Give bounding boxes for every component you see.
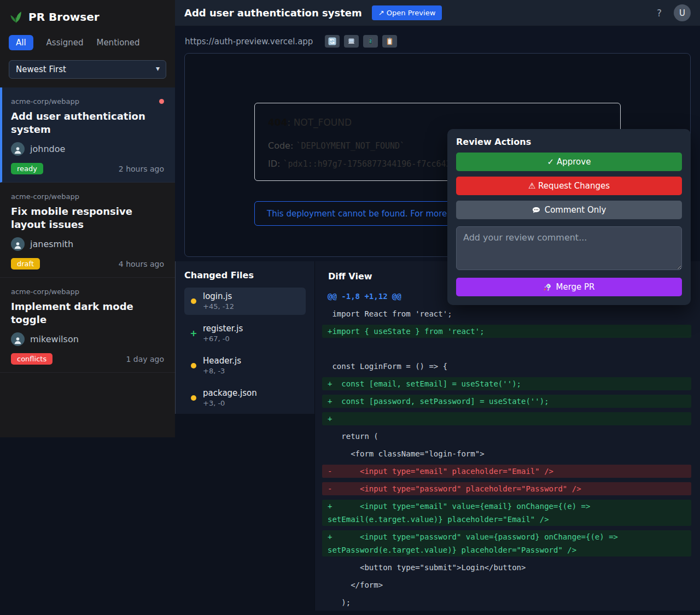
tab-all[interactable]: All xyxy=(9,35,33,50)
open-preview-button[interactable]: ↗ Open Preview xyxy=(372,5,442,20)
error-code-label: Code: xyxy=(268,140,293,151)
pr-author-row: janesmith xyxy=(11,237,164,251)
copy-url-button[interactable] xyxy=(382,35,397,48)
phone-icon xyxy=(366,37,375,45)
review-actions-panel: Review Actions ✓ Approve ⚠ Request Chang… xyxy=(447,129,691,305)
status-badge: draft xyxy=(11,258,40,270)
unread-dot-icon xyxy=(159,99,164,104)
app-logo: PR Browser xyxy=(0,0,175,30)
error-id-label: ID: xyxy=(268,159,280,169)
file-stats: +8, -3 xyxy=(203,366,241,376)
pr-item-bottom: ready 2 hours ago xyxy=(11,163,164,174)
review-actions-title: Review Actions xyxy=(456,137,682,147)
file-stats: +67, -0 xyxy=(203,334,243,343)
main-area: Add user authentication system ↗ Open Pr… xyxy=(175,0,700,615)
pr-list-item[interactable]: acme-corp/webapp Fix mobile responsive l… xyxy=(0,183,175,278)
file-stats: +45, -12 xyxy=(203,302,234,311)
pr-author-name: mikewilson xyxy=(30,334,79,344)
pr-list-item[interactable]: acme-corp/webapp Add user authentication… xyxy=(0,87,175,183)
modified-file-dot-icon xyxy=(191,363,196,368)
changed-files-title: Changed Files xyxy=(184,270,306,280)
pr-item-bottom: conflicts 1 day ago xyxy=(11,353,164,365)
changed-file-item[interactable]: login.js +45, -12 xyxy=(184,288,306,315)
pr-repo: acme-corp/webapp xyxy=(11,288,79,296)
merge-pr-label: Merge PR xyxy=(556,282,594,292)
preview-url: https://auth-preview.vercel.app xyxy=(185,37,313,46)
sort-select-wrap: Newest First ▾ xyxy=(9,60,166,79)
status-badge: ready xyxy=(11,163,43,174)
diff-line-del: - <input type="password" placeholder="Pa… xyxy=(322,482,691,495)
file-name: register.js xyxy=(203,324,243,334)
avatar xyxy=(11,142,25,156)
tab-assigned[interactable]: Assigned xyxy=(46,35,84,50)
changed-file-item[interactable]: Header.js +8, -3 xyxy=(184,352,306,379)
person-icon xyxy=(13,336,22,345)
file-list: login.js +45, -12 + register.js +67, -0 … xyxy=(184,288,306,412)
diff-line-context: </form> xyxy=(322,578,691,591)
diff-line-add: + <input type="email" value={email} onCh… xyxy=(322,500,691,526)
pr-title: Implement dark mode toggle xyxy=(11,300,164,326)
person-icon xyxy=(13,145,22,155)
bottom-panels: Changed Files login.js +45, -12 + regist… xyxy=(175,261,700,615)
app-title: PR Browser xyxy=(28,10,100,24)
file-text: login.js +45, -12 xyxy=(203,291,234,311)
clipboard-icon xyxy=(386,37,394,45)
merge-pr-button[interactable]: Merge PR xyxy=(456,278,682,296)
comment-only-button[interactable]: Comment Only xyxy=(456,201,682,219)
pr-author-row: mikewilson xyxy=(11,332,164,346)
user-avatar[interactable]: U xyxy=(674,4,691,21)
pr-list-item[interactable]: acme-corp/webapp Implement dark mode tog… xyxy=(0,278,175,373)
diff-line-context: <form className="login-form"> xyxy=(322,447,691,460)
pr-author-name: janesmith xyxy=(30,239,73,249)
added-file-plus-icon: + xyxy=(190,331,197,336)
file-text: register.js +67, -0 xyxy=(203,324,243,343)
request-changes-button[interactable]: ⚠ Request Changes xyxy=(456,177,682,195)
person-icon xyxy=(13,241,22,250)
pr-repo: acme-corp/webapp xyxy=(11,192,79,201)
mobile-view-button[interactable] xyxy=(363,35,378,48)
review-comment-input[interactable] xyxy=(456,226,682,270)
speech-bubble-icon xyxy=(532,206,540,214)
rocket-icon xyxy=(543,283,551,291)
avatar xyxy=(11,237,25,251)
laptop-icon xyxy=(347,37,355,45)
pr-author-name: johndoe xyxy=(30,144,65,154)
help-button[interactable]: ? xyxy=(654,7,665,19)
refresh-button[interactable] xyxy=(325,35,340,48)
changed-files-panel: Changed Files login.js +45, -12 + regist… xyxy=(175,261,314,414)
changed-file-item[interactable]: package.json +3, -0 xyxy=(184,384,306,412)
pr-time: 2 hours ago xyxy=(119,165,164,173)
tab-mentioned[interactable]: Mentioned xyxy=(96,35,139,50)
diff-line-context xyxy=(322,342,691,355)
pr-list: acme-corp/webapp Add user authentication… xyxy=(0,87,175,373)
sort-select[interactable]: Newest First xyxy=(9,60,166,79)
diff-line-add: + <input type="password" value={password… xyxy=(322,530,691,557)
file-text: package.json +3, -0 xyxy=(203,388,257,408)
diff-line-context: <button type="submit">Login</button> xyxy=(322,561,691,574)
sidebar: PR Browser All Assigned Mentioned Newest… xyxy=(0,0,175,437)
pr-author-row: johndoe xyxy=(11,142,164,156)
error-status-line: 404: NOT_FOUND xyxy=(268,117,607,128)
desktop-view-button[interactable] xyxy=(344,35,359,48)
diff-line-add: +import { useState } from 'react'; xyxy=(322,325,691,338)
preview-url-bar: https://auth-preview.vercel.app xyxy=(175,26,700,48)
diff-line-del: - <input type="email" placeholder="Email… xyxy=(322,465,691,478)
pr-item-top: acme-corp/webapp xyxy=(11,97,164,106)
diff-line-context: return ( xyxy=(322,430,691,443)
pr-time: 4 hours ago xyxy=(119,260,164,268)
diff-line-add: + const [email, setEmail] = useState('')… xyxy=(322,377,691,390)
error-code-value: `DEPLOYMENT_NOT_FOUND` xyxy=(296,141,405,151)
pr-time: 1 day ago xyxy=(126,355,164,364)
file-status-icon xyxy=(190,298,197,304)
changed-file-item[interactable]: + register.js +67, -0 xyxy=(184,320,306,347)
file-status-icon xyxy=(190,395,197,401)
file-name: package.json xyxy=(203,388,257,399)
pr-title: Add user authentication system xyxy=(11,110,164,136)
file-stats: +3, -0 xyxy=(203,399,257,408)
diff-line-add: + xyxy=(322,412,691,425)
modified-file-dot-icon xyxy=(191,298,196,304)
diff-lines: @@ -1,8 +1,12 @@ import React from 'reac… xyxy=(322,290,691,609)
file-text: Header.js +8, -3 xyxy=(203,356,241,376)
pr-title: Fix mobile responsive layout issues xyxy=(11,205,164,231)
approve-button[interactable]: ✓ Approve xyxy=(456,153,682,171)
